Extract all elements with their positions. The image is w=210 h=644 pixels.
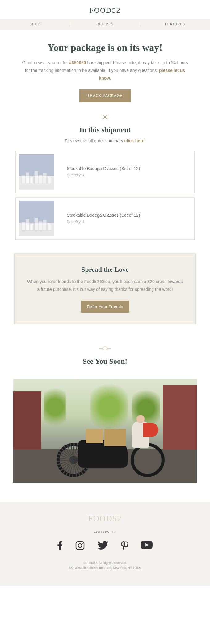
referral-title: Spread the Love — [26, 266, 184, 274]
item-info: Stackable Bodega Glasses (Set of 12) Qua… — [54, 213, 140, 224]
brand-logo[interactable]: FOOD52 — [0, 6, 210, 15]
copyright-line: © Food52. All Rights Reserved. — [0, 561, 210, 566]
order-summary-text: To view the full order summary click her… — [15, 138, 195, 143]
product-name: Stackable Bodega Glasses (Set of 12) — [67, 213, 140, 218]
referral-box: Spread the Love When you refer friends t… — [14, 253, 196, 324]
twitter-icon[interactable] — [98, 541, 108, 551]
product-image — [19, 201, 54, 236]
divider-star-icon — [99, 345, 111, 352]
product-quantity: Quantity: 1 — [67, 220, 140, 224]
header: FOOD52 — [0, 0, 210, 19]
list-item: Stackable Bodega Glasses (Set of 12) Qua… — [15, 151, 195, 193]
instagram-icon[interactable] — [75, 541, 85, 551]
facebook-icon[interactable] — [57, 541, 62, 551]
main-nav: SHOP RECIPES FEATURES — [0, 19, 210, 30]
shipping-message: Good news—your order #650050 has shipped… — [15, 59, 195, 82]
footer-logo[interactable]: FOOD52 — [0, 514, 210, 523]
address-line: 122 West 26th Street, 8th Floor, New Yor… — [0, 566, 210, 571]
order-summary-link[interactable]: click here. — [124, 138, 146, 143]
svg-rect-10 — [76, 542, 84, 550]
order-number: #650050 — [69, 60, 86, 65]
youtube-icon[interactable] — [141, 541, 153, 551]
shipment-title: In this shipment — [15, 126, 195, 134]
page-title: Your package is on its way! — [15, 42, 195, 53]
referral-text: When you refer friends to the Food52 Sho… — [26, 278, 184, 293]
social-icons — [0, 541, 210, 551]
copyright-text: © Food52. All Rights Reserved. 122 West … — [0, 561, 210, 571]
delivery-hero-image — [13, 379, 197, 483]
list-item: Stackable Bodega Glasses (Set of 12) Qua… — [15, 197, 195, 240]
text-pre: Good news—your order — [22, 60, 69, 65]
hero-section: Your package is on its way! Good news—yo… — [0, 30, 210, 143]
track-package-button[interactable]: TRACK PACKAGE — [79, 89, 131, 102]
summary-pre: To view the full order summary — [65, 138, 124, 143]
pinterest-icon[interactable] — [121, 541, 128, 551]
follow-us-label: FOLLOW US — [0, 531, 210, 534]
svg-point-12 — [82, 543, 83, 544]
refer-friends-button[interactable]: Refer Your Friends — [81, 301, 129, 313]
referral-inner: Spread the Love When you refer friends t… — [17, 256, 193, 322]
divider-star-icon — [99, 114, 111, 120]
nav-features[interactable]: FEATURES — [140, 22, 210, 27]
items-list: Stackable Bodega Glasses (Set of 12) Qua… — [0, 151, 210, 253]
see-you-soon-title: See You Soon! — [0, 357, 210, 366]
nav-shop[interactable]: SHOP — [0, 22, 70, 27]
see-you-soon-section: See You Soon! — [0, 337, 210, 379]
product-name: Stackable Bodega Glasses (Set of 12) — [67, 166, 140, 171]
product-image — [19, 154, 54, 190]
product-quantity: Quantity: 1 — [67, 173, 140, 177]
footer: FOOD52 FOLLOW US © Food52. All Rights Re… — [0, 502, 210, 586]
item-info: Stackable Bodega Glasses (Set of 12) Qua… — [54, 166, 140, 177]
svg-point-11 — [78, 544, 82, 547]
nav-recipes[interactable]: RECIPES — [70, 22, 140, 27]
